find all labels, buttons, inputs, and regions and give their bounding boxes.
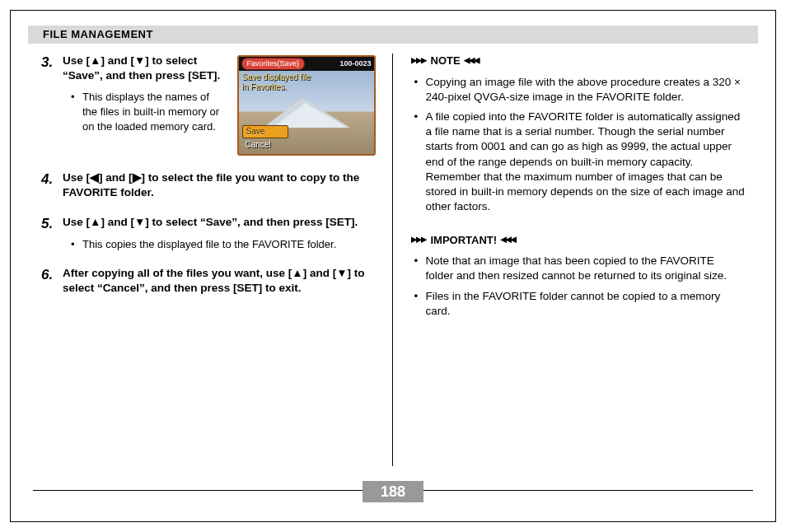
lcd-option-cancel: Cancel [242, 139, 288, 151]
step-6-title: After copying all of the files you want,… [63, 266, 376, 296]
down-arrow-icon [336, 267, 347, 279]
content-area: 3. Use [] and [] to select “Save”, and t… [33, 54, 753, 466]
section-title: FILE MANAGEMENT [43, 27, 153, 42]
note-list: • Copying an image file with the above p… [411, 75, 746, 215]
up-arrow-icon [90, 216, 101, 228]
note-heading: NOTE [411, 54, 746, 68]
important-heading: IMPORTANT! [411, 233, 746, 248]
page-number: 188 [363, 481, 423, 502]
step-5-title: Use [] and [] to select “Save”, and then… [63, 215, 376, 230]
left-arrow-icon [90, 171, 99, 184]
lcd-mode-tab: Favorites(Save) [241, 58, 306, 70]
lcd-option-save: Save [242, 125, 288, 138]
section-header: FILE MANAGEMENT [28, 26, 758, 44]
step-5-bullet: • This copies the displayed file to the … [63, 237, 376, 252]
left-column: 3. Use [] and [] to select “Save”, and t… [33, 54, 392, 466]
down-arrow-icon [134, 216, 145, 228]
down-arrow-icon [134, 54, 145, 67]
step-3: 3. Use [] and [] to select “Save”, and t… [41, 54, 376, 156]
lcd-file-counter: 100-0023 [339, 58, 371, 68]
step-number: 5. [41, 215, 63, 251]
step-4: 4. Use [] and [] to select the file you … [41, 170, 376, 200]
important-item: • Note that an image that has been copie… [414, 254, 746, 283]
step-3-title: Use [] and [] to select “Save”, and then… [63, 54, 226, 83]
up-arrow-icon [292, 267, 302, 279]
up-arrow-icon [90, 54, 101, 67]
right-arrow-icon [133, 171, 142, 184]
step-6: 6. After copying all of the files you wa… [41, 266, 376, 296]
note-marker-right-icon [502, 236, 517, 243]
note-marker-left-icon [411, 58, 426, 64]
step-4-title: Use [] and [] to select the file you wan… [63, 170, 376, 200]
camera-lcd-illustration: Favorites(Save) 100-0023 Save displayed … [237, 55, 376, 156]
note-item: • Copying an image file with the above p… [414, 75, 746, 105]
note-item: • A file copied into the FAVORITE folder… [414, 110, 746, 215]
step-number: 3. [41, 54, 63, 156]
right-column: NOTE • Copying an image file with the ab… [393, 54, 754, 466]
step-5: 5. Use [] and [] to select “Save”, and t… [41, 215, 376, 251]
important-item: • Files in the FAVORITE folder cannot be… [414, 289, 746, 319]
step-number: 6. [41, 266, 63, 296]
step-number: 4. [41, 170, 63, 200]
note-marker-right-icon [466, 58, 480, 64]
step-3-bullet: • This displays the names of the files i… [63, 90, 226, 133]
note-marker-left-icon [411, 236, 426, 243]
important-list: • Note that an image that has been copie… [411, 254, 746, 319]
lcd-menu: Save Cancel [242, 125, 288, 151]
lcd-message: Save displayed file in Favorites. [242, 72, 311, 92]
